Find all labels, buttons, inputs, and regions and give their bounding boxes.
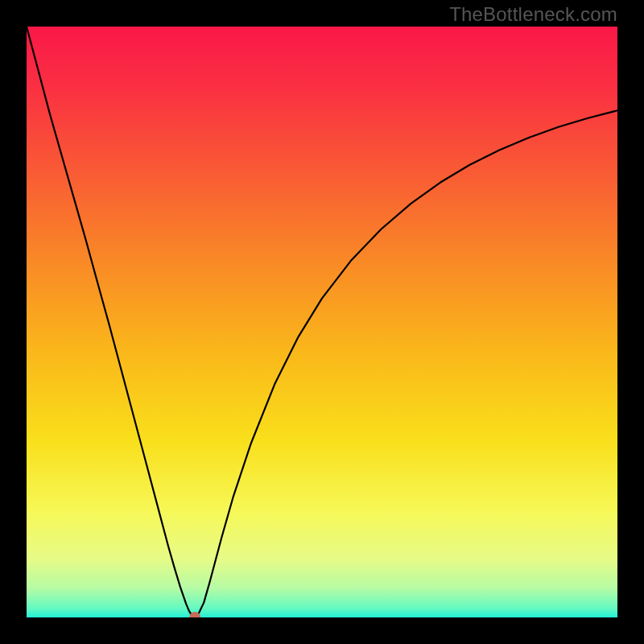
gradient-background [27, 27, 617, 617]
plot-area [27, 27, 617, 617]
plot-svg [27, 27, 617, 617]
watermark-text: TheBottleneck.com [449, 3, 617, 26]
chart-container: TheBottleneck.com [0, 0, 644, 644]
